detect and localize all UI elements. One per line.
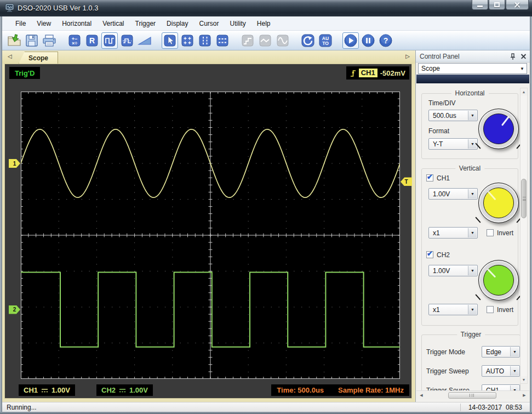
pointer-button[interactable] xyxy=(162,32,178,49)
waveform-display[interactable] xyxy=(21,92,400,379)
help-button[interactable]: ? xyxy=(377,32,394,49)
ch1-invert-checkbox[interactable] xyxy=(487,229,494,236)
format-select[interactable]: Y-T ▼ xyxy=(428,138,478,150)
ch2-position-knob[interactable] xyxy=(478,260,519,300)
scroll-down-icon[interactable]: ▼ xyxy=(520,376,527,383)
datetime-text: 14-03-2017 08:53 xyxy=(460,404,522,411)
ch2-probe-value: x1 xyxy=(433,306,440,314)
trigger-readout: CH1 -502mV xyxy=(346,66,409,80)
tab-scope[interactable]: Scope xyxy=(19,52,58,64)
ch1-enable-checkbox[interactable]: ✔ xyxy=(426,174,433,182)
ch2-marker[interactable]: 2 xyxy=(9,305,20,314)
chevron-down-icon: ▼ xyxy=(468,228,477,237)
ch1-marker[interactable]: 1 xyxy=(9,159,20,168)
ch2-checkbox-label: CH2 xyxy=(437,251,450,259)
time-div-select[interactable]: 500.0us ▼ xyxy=(428,110,478,121)
menu-vertical[interactable]: Vertical xyxy=(97,18,129,30)
pin-icon[interactable] xyxy=(510,53,516,60)
pulse-button[interactable] xyxy=(101,32,118,49)
chevron-down-icon: ▼ xyxy=(510,366,519,376)
open-icon xyxy=(7,34,21,47)
vertical-scrollbar[interactable]: ▲ ▼ xyxy=(520,88,528,384)
open-button[interactable] xyxy=(6,32,22,49)
horizontal-position-knob[interactable] xyxy=(478,109,519,149)
time-div-label: Time/DIV xyxy=(428,99,456,107)
refresh-button[interactable] xyxy=(300,32,316,49)
ramp-button[interactable] xyxy=(136,32,153,49)
control-panel: Control Panel Scope ▼ Horizontal Time/DI… xyxy=(415,50,530,402)
trigger-source-select[interactable]: CH1 ▼ xyxy=(482,384,520,390)
close-button[interactable] xyxy=(506,0,529,10)
math-icon: +− ×÷ xyxy=(68,34,81,47)
control-panel-close-icon[interactable] xyxy=(521,54,526,59)
pulse-lines-button[interactable] xyxy=(119,32,135,49)
ch1-scale-label: CH1 xyxy=(24,386,38,394)
app-window: DSO-2020 USB Ver 1.0.3 File View Horizon… xyxy=(0,0,532,414)
trigger-source-value: CH1 xyxy=(486,387,499,391)
trigger-mode-select[interactable]: Edge ▼ xyxy=(482,346,520,358)
ch2-probe-select[interactable]: x1 ▼ xyxy=(428,304,478,315)
menu-view[interactable]: View xyxy=(31,18,56,30)
menu-trigger[interactable]: Trigger xyxy=(130,18,162,30)
chevron-down-icon: ▼ xyxy=(510,385,519,390)
menu-utility[interactable]: Utility xyxy=(224,18,251,30)
timebase-readout: Time: 500.0us Sample Rate: 1MHz xyxy=(271,384,409,396)
ch2-enable-checkbox[interactable]: ✔ xyxy=(426,251,433,258)
scroll-left-icon[interactable]: ◀ xyxy=(417,392,425,399)
control-panel-header: Control Panel xyxy=(416,50,530,63)
knob-face xyxy=(483,114,514,144)
ch1-position-knob[interactable] xyxy=(478,183,519,223)
ch2-invert-checkbox[interactable] xyxy=(487,306,494,313)
tab-scroll-left-icon[interactable]: ◁ xyxy=(8,53,12,59)
ch1-probe-select[interactable]: x1 ▼ xyxy=(428,227,478,239)
sine-wave-icon xyxy=(276,34,289,47)
scroll-up-icon[interactable]: ▲ xyxy=(520,88,527,95)
ch2-volts-select[interactable]: 1.00V ▼ xyxy=(428,265,478,276)
auto-setup-button[interactable]: AU TO xyxy=(317,32,334,49)
time-per-div-readout: Time: 500.0us xyxy=(277,386,324,394)
trigger-level-readout: -502mV xyxy=(380,69,405,77)
math-button[interactable]: +− ×÷ xyxy=(66,32,83,49)
menu-display[interactable]: Display xyxy=(161,18,193,30)
help-icon: ? xyxy=(379,33,393,48)
vertical-cursors-button[interactable] xyxy=(197,32,213,49)
horizontal-cursors-button[interactable] xyxy=(214,32,231,49)
trigger-sweep-select[interactable]: AUTO ▼ xyxy=(482,365,520,377)
trigger-level-marker[interactable]: T xyxy=(401,177,412,186)
horizontal-scrollbar[interactable]: ◀ ▶ xyxy=(416,390,529,399)
scroll-right-icon[interactable]: ▶ xyxy=(520,392,528,399)
title-bar: DSO-2020 USB Ver 1.0.3 xyxy=(0,0,532,16)
vertical-scrollbar-thumb[interactable] xyxy=(521,179,527,218)
menu-help[interactable]: Help xyxy=(251,18,276,30)
reference-button[interactable]: R xyxy=(84,32,100,49)
menu-cursor[interactable]: Cursor xyxy=(193,18,224,30)
menu-file[interactable]: File xyxy=(10,18,31,30)
ch1-checkbox-label: CH1 xyxy=(437,174,450,182)
control-panel-title: Control Panel xyxy=(420,53,505,60)
scrollbar-grip xyxy=(470,394,474,397)
maximize-button[interactable] xyxy=(489,0,505,10)
panel-separator xyxy=(416,75,529,83)
menu-horizontal[interactable]: Horizontal xyxy=(56,18,97,30)
horizontal-scrollbar-thumb[interactable] xyxy=(448,392,496,399)
vertical-cursors-icon xyxy=(198,34,211,47)
grid-button[interactable] xyxy=(179,32,196,49)
grid-icon xyxy=(181,34,194,47)
run-button[interactable] xyxy=(342,32,359,49)
ch1-volts-select[interactable]: 1.00V ▼ xyxy=(428,188,478,200)
scrollbar-grip xyxy=(523,197,526,201)
svg-text:R: R xyxy=(89,36,95,45)
run-icon xyxy=(344,33,358,48)
minimize-button[interactable] xyxy=(472,0,488,10)
tab-scope-label: Scope xyxy=(28,54,48,62)
ch1-volts-value: 1.00V xyxy=(52,386,70,394)
print-button[interactable] xyxy=(41,32,58,49)
format-label: Format xyxy=(428,127,449,135)
tab-strip: ◁ Scope ▷ xyxy=(2,50,415,64)
soft-wave-button-disabled xyxy=(257,32,273,49)
trigger-source-label: Trigger Source xyxy=(426,387,470,390)
pause-button[interactable] xyxy=(360,32,376,49)
tab-scroll-right-icon[interactable]: ▷ xyxy=(405,53,410,59)
panel-mode-select[interactable]: Scope ▼ xyxy=(418,63,527,74)
save-button[interactable] xyxy=(24,32,40,49)
